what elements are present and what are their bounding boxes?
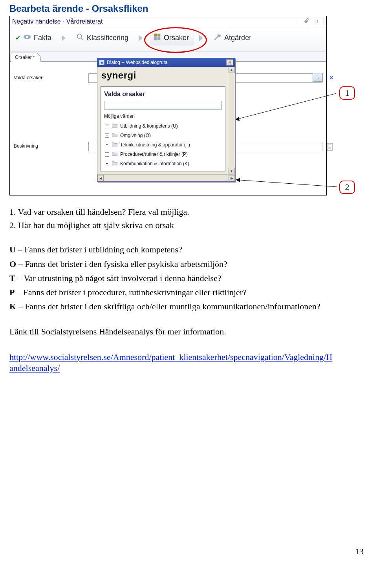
tab-label: Åtgärder — [224, 34, 251, 42]
svg-rect-5 — [157, 34, 160, 37]
item-1: 1. Vad var orsaken till händelsen? Flera… — [9, 206, 358, 217]
dialog-subheading: Möjliga värden — [104, 113, 222, 119]
tab-label: Orsaker — [164, 34, 189, 42]
dialog-title: Dialog -- Webbsidedialogruta — [107, 60, 168, 65]
scroll-down-button[interactable]: ▼ — [229, 168, 235, 174]
tab-klassificering[interactable]: Klassificering — [73, 30, 134, 46]
expand-icon[interactable]: + — [105, 124, 109, 128]
svg-point-1 — [26, 36, 28, 38]
dialog-window: e Dialog -- Webbsidedialogruta ✕ synergi… — [97, 58, 235, 182]
dialog-heading: Valda orsaker — [104, 91, 222, 98]
expand-icon[interactable]: + — [105, 152, 109, 157]
folder-icon — [112, 161, 118, 167]
item-2: 2. Här har du möjlighet att själv skriva… — [9, 220, 358, 231]
svg-rect-4 — [154, 34, 157, 37]
expand-icon[interactable]: + — [105, 143, 109, 147]
tree: + Utbildning & kompetens (U) + Omgivning… — [104, 121, 222, 168]
tree-item[interactable]: + Omgivning (O) — [104, 131, 222, 140]
sub-tab-orsaker[interactable]: Orsaker * — [11, 53, 41, 62]
tree-label: Kommunikation & information (K) — [120, 161, 189, 166]
app-window-title: Negativ händelse - Vårdrelaterat — [12, 18, 102, 25]
app-header-icons: 0 — [298, 18, 324, 25]
check-icon: ✔ — [15, 34, 20, 42]
desc-p: P – Fanns det brister i procedurer, ruti… — [9, 287, 358, 298]
label-beskrivning: Beskrivning — [14, 142, 88, 149]
dialog-content: Valda orsaker Möjliga värden + Utbildnin… — [101, 86, 225, 172]
label-valda-orsaker: Valda orsaker — [14, 73, 88, 80]
link-intro: Länk till Socialstyrelsens Händelseanaly… — [9, 326, 358, 337]
tree-item[interactable]: + Teknik, utrustning & apparatur (T) — [104, 140, 222, 150]
tab-label: Klassificering — [87, 34, 128, 42]
wrench-icon — [213, 33, 222, 43]
svg-rect-7 — [157, 37, 160, 40]
attachment-count: 0 — [315, 19, 318, 24]
expand-icon[interactable]: + — [105, 162, 109, 166]
tab-orsaker[interactable]: Orsaker — [150, 30, 194, 46]
magnifier-icon — [76, 33, 84, 43]
svg-rect-8 — [327, 143, 333, 150]
grid-icon — [153, 33, 161, 43]
desc-o: O – Fanns det brister i den fysiska elle… — [9, 259, 358, 270]
scroll-right-button[interactable]: ▶ — [229, 175, 235, 181]
chevron-right-icon — [62, 35, 66, 41]
svg-line-3 — [81, 38, 84, 40]
tree-label: Utbildning & kompetens (U) — [120, 123, 178, 129]
form-area: Valda orsaker .. ✕ e Dialog -- Webbsided… — [10, 62, 326, 195]
desc-k: K – Fanns det brister i den skriftliga o… — [9, 301, 358, 312]
expand-icon[interactable]: + — [105, 133, 109, 138]
tree-item[interactable]: + Kommunikation & information (K) — [104, 159, 222, 168]
tab-label: Fakta — [34, 34, 51, 42]
folder-icon — [112, 132, 118, 139]
app-header: Negativ händelse - Vårdrelaterat 0 — [10, 16, 326, 26]
synergi-logo: synergi — [101, 69, 225, 85]
scrollbar-vertical[interactable]: ▲ ▼ — [228, 67, 235, 174]
external-link[interactable]: http://www.socialstyrelsen.se/Amnesord/p… — [9, 352, 358, 374]
folder-icon — [112, 151, 118, 157]
divider — [324, 18, 324, 25]
app-window: Negativ händelse - Vårdrelaterat 0 ✔ Fak… — [9, 16, 327, 195]
paperclip-icon[interactable] — [304, 18, 309, 25]
main-tabs: ✔ Fakta Klassificering Orsaker — [10, 26, 326, 51]
scroll-up-button[interactable]: ▲ — [229, 67, 235, 73]
page-number: 13 — [9, 546, 364, 557]
page-title: Bearbeta ärende - Orsaksfliken — [9, 3, 368, 14]
chevron-right-icon — [139, 35, 143, 41]
desc-t: T – Var utrustning på något sätt involve… — [9, 273, 358, 284]
note-icon[interactable] — [327, 143, 334, 152]
tree-item[interactable]: + Procedurer/rutiner & riktlinjer (P) — [104, 150, 222, 159]
chevron-right-icon — [199, 35, 203, 41]
callout-1: 1 — [339, 86, 355, 100]
tree-label: Omgivning (O) — [120, 133, 151, 138]
folder-icon — [112, 142, 118, 148]
desc-u: U – Fanns det brister i utbildning och k… — [9, 244, 358, 255]
dialog-search-input[interactable] — [104, 101, 222, 110]
tab-fakta[interactable]: ✔ Fakta — [12, 30, 57, 46]
scroll-left-button[interactable]: ◀ — [97, 175, 104, 181]
ie-icon: e — [99, 60, 104, 65]
picker-button[interactable]: .. — [313, 73, 323, 82]
body-text: 1. Vad var orsaken till händelsen? Flera… — [9, 206, 358, 374]
tree-item[interactable]: + Utbildning & kompetens (U) — [104, 121, 222, 131]
close-button[interactable]: ✕ — [226, 59, 233, 66]
eye-icon — [23, 33, 31, 43]
scrollbar-horizontal[interactable]: ◀ ▶ — [97, 174, 235, 181]
tree-label: Procedurer/rutiner & riktlinjer (P) — [120, 152, 188, 157]
svg-point-2 — [77, 34, 82, 38]
divider — [298, 18, 298, 25]
clear-icon[interactable]: ✕ — [329, 75, 334, 81]
folder-icon — [112, 123, 118, 129]
callout-2: 2 — [339, 181, 355, 194]
svg-rect-6 — [154, 37, 157, 40]
dialog-titlebar: e Dialog -- Webbsidedialogruta ✕ — [97, 58, 235, 67]
tab-atgarder[interactable]: Åtgärder — [210, 30, 257, 46]
tree-label: Teknik, utrustning & apparatur (T) — [120, 142, 190, 148]
